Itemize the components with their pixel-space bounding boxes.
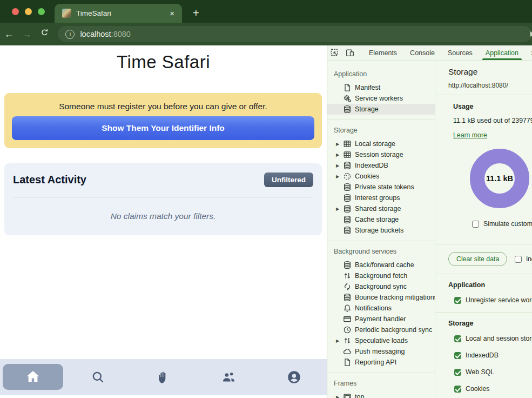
check-row-unregister-service-workers[interactable]: Unregister service workers: [454, 296, 532, 304]
sidebar-item-label: Interest groups: [355, 194, 400, 202]
sidebar-item-reporting-api[interactable]: Reporting API: [327, 357, 435, 368]
active-nav-pill[interactable]: [3, 364, 63, 390]
check-row-cookies[interactable]: Cookies: [454, 385, 532, 393]
cookie-icon: [343, 172, 352, 181]
nav-search[interactable]: [65, 359, 131, 395]
sidebar-item-label: Storage: [355, 105, 379, 113]
nav-people[interactable]: [196, 359, 261, 395]
learn-more-link[interactable]: Learn more: [453, 131, 487, 139]
sidebar-item-label: Periodic background sync: [355, 326, 432, 334]
nav-profile[interactable]: [261, 359, 327, 395]
unregister-service-workers-checkbox[interactable]: [454, 297, 461, 304]
sidebar-item-local-storage[interactable]: ▶Local storage: [327, 138, 435, 149]
cookies-checkbox[interactable]: [454, 386, 461, 393]
sidebar-item-bounce-tracking-mitigations[interactable]: Bounce tracking mitigations: [327, 292, 435, 303]
sidebar-section-title: Storage: [327, 123, 435, 138]
zoom-window-button[interactable]: [38, 8, 45, 15]
home-icon: [25, 369, 41, 385]
back-icon[interactable]: ←: [0, 29, 18, 40]
nav-home[interactable]: [0, 359, 65, 395]
sidebar-item-label: Manifest: [355, 84, 380, 91]
sidebar-item-interest-groups[interactable]: Interest groups: [327, 193, 435, 203]
check-row-indexeddb[interactable]: IndexedDB: [454, 351, 532, 359]
sidebar-item-storage-buckets[interactable]: Storage buckets: [327, 225, 435, 236]
sidebar-item-cookies[interactable]: ▶Cookies: [327, 171, 435, 182]
minimize-window-button[interactable]: [25, 8, 32, 15]
clear-site-data-button[interactable]: Clear site data: [448, 252, 507, 266]
url-text[interactable]: localhost:8080: [80, 30, 131, 38]
inspect-element-icon[interactable]: [327, 45, 342, 60]
activity-divider: [13, 197, 313, 197]
show-identifier-button[interactable]: Show Them Your Identifier Info: [12, 116, 314, 140]
sidebar-item-indexeddb[interactable]: ▶IndexedDB: [327, 160, 435, 171]
browser-window: TimeSafari × + ← → i localhost:8080 Time…: [0, 0, 532, 398]
sidebar-section-background-services: Background servicesBack/forward cacheBac…: [327, 241, 435, 373]
sidebar-item-label: Push messaging: [355, 348, 405, 355]
tab-close-icon[interactable]: ×: [167, 9, 177, 18]
third-party-cookies-row[interactable]: including third-party cookies: [515, 255, 532, 263]
expand-arrow-icon[interactable]: ▶: [336, 142, 343, 147]
sidebar-item-periodic-background-sync[interactable]: Periodic background sync: [327, 324, 435, 335]
unfiltered-button[interactable]: Unfiltered: [264, 173, 313, 187]
sidebar-item-storage[interactable]: Storage: [327, 104, 435, 115]
expand-arrow-icon[interactable]: ▶: [336, 152, 343, 157]
forward-icon[interactable]: →: [18, 29, 36, 40]
sidebar-item-manifest[interactable]: Manifest: [327, 82, 435, 93]
bottom-navigation: [0, 359, 327, 395]
sidebar-item-top[interactable]: ▶top: [327, 392, 435, 398]
expand-arrow-icon[interactable]: ▶: [336, 339, 343, 343]
sidebar-item-background-fetch[interactable]: Background fetch: [327, 270, 435, 281]
tab-sources[interactable]: Sources: [441, 45, 479, 60]
sidebar-item-session-storage[interactable]: ▶Session storage: [327, 149, 435, 160]
sidebar-item-back-forward-cache[interactable]: Back/forward cache: [327, 260, 435, 270]
sidebar-item-label: Background fetch: [355, 272, 407, 280]
third-party-cookies-label: including third-party cookies: [526, 255, 532, 263]
clock-icon: [343, 326, 352, 334]
sidebar-section-frames: Frames▶top: [327, 373, 435, 398]
indexeddb-checkbox[interactable]: [454, 352, 461, 359]
third-party-cookies-checkbox[interactable]: [515, 256, 522, 263]
tab-elements[interactable]: Elements: [362, 45, 403, 60]
tab-application[interactable]: Application: [479, 45, 525, 60]
nav-hand[interactable]: [131, 359, 196, 395]
sidebar-item-shared-storage[interactable]: ▶Shared storage: [327, 203, 435, 214]
reload-icon[interactable]: [36, 28, 53, 40]
tab-console[interactable]: Console: [403, 45, 441, 60]
check-row-local-and-session-storage[interactable]: Local and session storage: [454, 335, 532, 342]
sidebar-item-label: Background sync: [355, 283, 407, 290]
sidebar-item-background-sync[interactable]: Background sync: [327, 281, 435, 292]
sidebar-section-title: Application: [327, 67, 435, 82]
local-and-session-storage-checkbox[interactable]: [454, 335, 461, 342]
new-tab-button[interactable]: +: [182, 7, 199, 23]
address-bar[interactable]: i localhost:8080: [58, 26, 532, 42]
site-info-icon[interactable]: i: [65, 30, 75, 39]
sidebar-item-cache-storage[interactable]: Cache storage: [327, 214, 435, 225]
tab-title: TimeSafari: [76, 9, 163, 17]
sidebar-item-notifications[interactable]: Notifications: [327, 303, 435, 314]
checkbox-label: Local and session storage: [466, 335, 532, 342]
sidebar-item-label: Speculative loads: [355, 337, 408, 344]
web-sql-checkbox[interactable]: [454, 369, 461, 376]
sidebar-item-push-messaging[interactable]: Push messaging: [327, 346, 435, 357]
simulate-quota-checkbox[interactable]: [472, 221, 479, 228]
checkbox-label: Cookies: [466, 385, 489, 393]
sidebar-item-label: Local storage: [355, 140, 395, 148]
close-window-button[interactable]: [12, 8, 19, 15]
people-icon: [221, 369, 237, 385]
expand-arrow-icon[interactable]: ▶: [336, 207, 343, 211]
expand-arrow-icon[interactable]: ▶: [336, 163, 343, 168]
device-toolbar-icon[interactable]: [342, 45, 358, 60]
expand-arrow-icon[interactable]: ▶: [336, 395, 343, 398]
sidebar-item-service-workers[interactable]: Service workers: [327, 93, 435, 104]
sidebar-item-speculative-loads[interactable]: ▶Speculative loads: [327, 335, 435, 346]
sidebar-item-payment-handler[interactable]: Payment handler: [327, 314, 435, 324]
sidebar-item-label: Cookies: [355, 173, 379, 180]
expand-arrow-icon[interactable]: ▶: [336, 174, 343, 179]
storage-checks-list: Local and session storageIndexedDBWeb SQ…: [448, 335, 532, 398]
simulate-quota-row[interactable]: Simulate custom storage quota: [472, 220, 532, 228]
sidebar-item-private-state-tokens[interactable]: Private state tokens: [327, 182, 435, 193]
sync-icon: [343, 282, 352, 291]
browser-tab[interactable]: TimeSafari ×: [55, 4, 182, 23]
check-row-web-sql[interactable]: Web SQL: [454, 368, 532, 376]
sidebar-item-label: Storage buckets: [355, 227, 403, 234]
